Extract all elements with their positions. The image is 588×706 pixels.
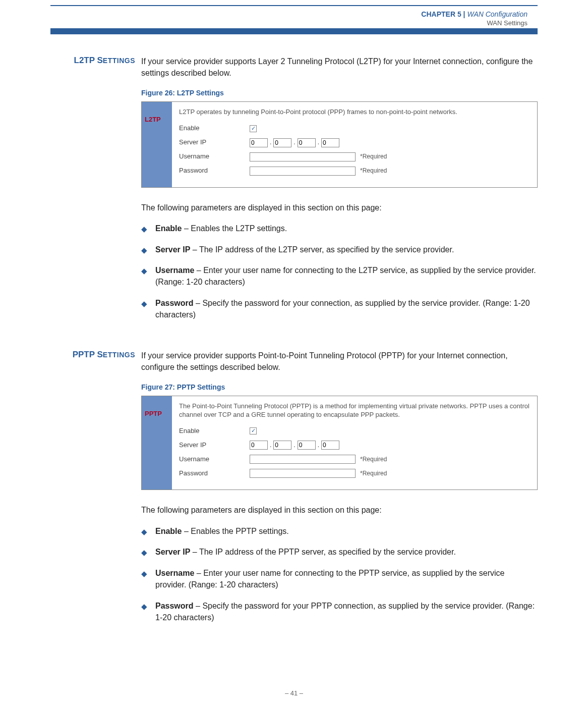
l2tp-ip-octet-3[interactable] <box>298 138 316 147</box>
pptp-shot-desc: The Point-to-Point Tunneling Protocol (P… <box>179 402 530 419</box>
l2tp-username-input[interactable] <box>250 152 356 161</box>
l2tp-password-required: *Required <box>360 167 387 175</box>
l2tp-heading-part1: L2TP S <box>74 56 103 65</box>
chapter-title: WAN Configuration <box>467 10 527 18</box>
l2tp-bullet-desc-0: – Enables the L2TP settings. <box>182 224 287 233</box>
page-number: – 41 – <box>0 689 588 697</box>
list-item: ◆Enable – Enables the PPTP settings. <box>141 525 538 537</box>
l2tp-param-intro: The following parameters are displayed i… <box>141 202 538 213</box>
l2tp-bullet-desc-3: – Specify the password for your connecti… <box>155 299 530 319</box>
l2tp-ip-octet-4[interactable] <box>321 138 339 147</box>
l2tp-password-label: Password <box>179 166 250 176</box>
pptp-bullet-desc-3: – Specify the password for your PPTP con… <box>155 602 535 622</box>
diamond-icon: ◆ <box>141 297 155 320</box>
l2tp-bullet-term-0: Enable <box>155 224 182 233</box>
l2tp-shot-desc: L2TP operates by tunneling Point-to-Poin… <box>179 108 530 117</box>
pptp-enable-label: Enable <box>179 426 250 436</box>
l2tp-bullet-list: ◆Enable – Enables the L2TP settings. ◆Se… <box>141 223 538 320</box>
pptp-username-label: Username <box>179 455 250 464</box>
l2tp-heading-part2: ETTINGS <box>103 57 135 65</box>
pptp-password-label: Password <box>179 469 250 478</box>
l2tp-enable-label: Enable <box>179 124 250 133</box>
diamond-icon: ◆ <box>141 264 155 288</box>
pptp-shot-sidebar: PPTP <box>142 396 172 490</box>
pptp-bullet-desc-0: – Enables the PPTP settings. <box>182 527 288 535</box>
pptp-heading: PPTP SETTINGS <box>50 350 141 632</box>
list-item: ◆Server IP – The IP address of the PPTP … <box>141 546 538 558</box>
running-header: CHAPTER 5 | WAN Configuration WAN Settin… <box>421 10 527 27</box>
pptp-param-intro: The following parameters are displayed i… <box>141 504 538 516</box>
list-item: ◆Enable – Enables the L2TP settings. <box>141 223 538 235</box>
pptp-ip-octet-4[interactable] <box>321 441 339 450</box>
pptp-bullet-term-3: Password <box>155 602 194 610</box>
pptp-figure-caption: Figure 27: PPTP Settings <box>141 382 538 392</box>
l2tp-enable-checkbox[interactable]: ✓ <box>250 125 257 132</box>
diamond-icon: ◆ <box>141 525 155 537</box>
l2tp-serverip-label: Server IP <box>179 138 250 147</box>
l2tp-bullet-desc-2: – Enter your user name for connecting to… <box>155 266 536 286</box>
l2tp-bullet-term-2: Username <box>155 266 194 275</box>
pptp-ip-octet-3[interactable] <box>298 441 316 450</box>
l2tp-shot-sidebar: L2TP <box>142 102 172 187</box>
pptp-section: PPTP SETTINGS If your service provider s… <box>50 350 538 632</box>
pptp-password-input[interactable] <box>250 469 356 478</box>
l2tp-bullet-term-3: Password <box>155 299 194 307</box>
pptp-bullet-desc-1: – The IP address of the PPTP server, as … <box>190 548 456 556</box>
header-subtitle: WAN Settings <box>421 19 527 27</box>
l2tp-ip-octet-2[interactable] <box>273 138 291 147</box>
pptp-bullet-desc-2: – Enter your user name for connecting to… <box>155 569 505 589</box>
l2tp-intro: If your service provider supports Layer … <box>141 56 538 79</box>
l2tp-ip-octet-1[interactable] <box>250 138 268 147</box>
diamond-icon: ◆ <box>141 546 155 558</box>
list-item: ◆Username – Enter your user name for con… <box>141 567 538 590</box>
pptp-bullet-list: ◆Enable – Enables the PPTP settings. ◆Se… <box>141 525 538 623</box>
pptp-heading-part2: ETTINGS <box>103 351 135 359</box>
list-item: ◆Password – Specify the password for you… <box>141 600 538 623</box>
l2tp-username-required: *Required <box>360 152 387 161</box>
chapter-label: CHAPTER 5 <box>421 10 461 18</box>
l2tp-figure-caption: Figure 26: L2TP Settings <box>141 88 538 98</box>
list-item: ◆Username – Enter your user name for con… <box>141 264 538 288</box>
pptp-ip-octet-1[interactable] <box>250 441 268 450</box>
pptp-ip-octet-2[interactable] <box>273 441 291 450</box>
pptp-heading-part1: PPTP S <box>73 350 103 359</box>
header-rule <box>50 5 538 6</box>
list-item: ◆Password – Specify the password for you… <box>141 297 538 320</box>
pptp-bullet-term-0: Enable <box>155 527 182 535</box>
l2tp-password-input[interactable] <box>250 167 356 176</box>
diamond-icon: ◆ <box>141 244 155 256</box>
chapter-sep: | <box>461 10 467 18</box>
pptp-username-input[interactable] <box>250 455 356 464</box>
pptp-username-required: *Required <box>360 455 387 464</box>
l2tp-screenshot: L2TP L2TP operates by tunneling Point-to… <box>141 101 538 188</box>
l2tp-bullet-desc-1: – The IP address of the L2TP server, as … <box>190 245 454 254</box>
pptp-screenshot: PPTP The Point-to-Point Tunneling Protoc… <box>141 396 538 491</box>
pptp-bullet-term-1: Server IP <box>155 548 190 556</box>
diamond-icon: ◆ <box>141 567 155 590</box>
pptp-enable-checkbox[interactable]: ✓ <box>250 427 257 435</box>
pptp-intro: If your service provider supports Point-… <box>141 350 538 373</box>
l2tp-heading: L2TP SETTINGS <box>50 56 141 330</box>
diamond-icon: ◆ <box>141 223 155 235</box>
pptp-password-required: *Required <box>360 469 387 478</box>
header-bar <box>50 28 538 34</box>
l2tp-bullet-term-1: Server IP <box>155 245 190 254</box>
pptp-serverip-label: Server IP <box>179 441 250 450</box>
l2tp-section: L2TP SETTINGS If your service provider s… <box>50 56 538 330</box>
diamond-icon: ◆ <box>141 600 155 623</box>
l2tp-username-label: Username <box>179 152 250 161</box>
list-item: ◆Server IP – The IP address of the L2TP … <box>141 244 538 256</box>
pptp-bullet-term-2: Username <box>155 569 194 577</box>
